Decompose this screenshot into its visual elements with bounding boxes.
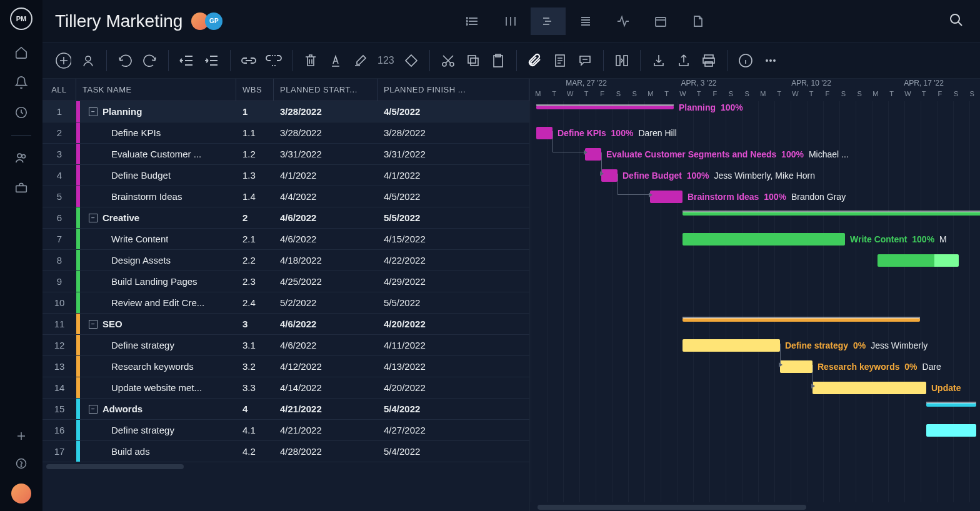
gantt-bar[interactable]: Brainstorm Ideas 100%Brandon Gray xyxy=(650,191,682,203)
gantt-bar[interactable] xyxy=(878,254,959,267)
task-row[interactable]: 10Review and Edit Cre...2.45/2/20225/5/2… xyxy=(42,292,529,314)
gantt-bar[interactable]: Research keywords 0%Dare xyxy=(780,360,812,373)
paste-icon[interactable] xyxy=(490,52,506,69)
indent-icon[interactable] xyxy=(204,52,220,69)
add-icon[interactable] xyxy=(55,52,71,69)
gantt-bar[interactable]: Update xyxy=(812,382,926,394)
gantt-bar[interactable]: Write Content 100%M xyxy=(682,233,845,246)
col-task-name[interactable]: TASK NAME xyxy=(76,79,236,101)
redo-icon[interactable] xyxy=(142,52,158,69)
cut-icon[interactable] xyxy=(440,52,456,69)
task-row[interactable]: 14Update website met...3.34/14/20224/20/… xyxy=(42,377,529,399)
info-icon[interactable] xyxy=(738,52,754,69)
task-row[interactable]: 6−Creative24/6/20225/5/2022 xyxy=(42,207,529,229)
pm-logo[interactable]: PM xyxy=(10,7,32,30)
view-activity-icon[interactable] xyxy=(606,7,641,35)
task-row[interactable]: 5Brainstorm Ideas1.44/4/20224/5/2022 xyxy=(42,186,529,207)
day-label: F xyxy=(707,90,723,101)
task-row[interactable]: 1−Planning13/28/20224/5/2022 xyxy=(42,101,529,122)
columns-icon[interactable] xyxy=(614,52,630,69)
view-sheet-icon[interactable] xyxy=(568,7,603,35)
svg-point-10 xyxy=(951,14,959,23)
delete-icon[interactable] xyxy=(302,52,319,69)
unlink-icon[interactable] xyxy=(266,52,282,69)
view-list-icon[interactable] xyxy=(456,7,491,35)
home-icon[interactable] xyxy=(14,45,29,60)
view-gantt-icon[interactable] xyxy=(531,7,566,35)
day-label: S xyxy=(948,90,964,101)
task-row[interactable]: 13Research keywords3.24/12/20224/13/2022 xyxy=(42,356,529,377)
day-label: S xyxy=(723,90,739,101)
gantt-bar[interactable]: Define strategy 0%Jess Wimberly xyxy=(682,339,780,352)
undo-icon[interactable] xyxy=(117,52,133,69)
print-icon[interactable] xyxy=(701,52,717,69)
svg-point-2 xyxy=(22,155,25,159)
day-label: S xyxy=(836,90,852,101)
view-calendar-icon[interactable] xyxy=(643,7,678,35)
diamond-icon[interactable] xyxy=(403,52,419,69)
day-label: S xyxy=(739,90,755,101)
gantt-bar[interactable] xyxy=(926,403,976,407)
task-row[interactable]: 4Define Budget1.34/1/20224/1/2022 xyxy=(42,165,529,186)
task-row[interactable]: 2Define KPIs1.13/28/20223/28/2022 xyxy=(42,122,529,144)
gantt-bar[interactable] xyxy=(926,424,976,437)
task-row[interactable]: 16Define strategy4.14/21/20224/27/2022 xyxy=(42,420,529,441)
day-label: T xyxy=(771,90,788,101)
day-label: S xyxy=(626,90,642,101)
help-icon[interactable] xyxy=(14,456,29,471)
plus-icon[interactable] xyxy=(14,429,29,444)
project-title: Tillery Marketing xyxy=(55,11,182,31)
task-row[interactable]: 15−Adwords44/21/20225/4/2022 xyxy=(42,399,529,420)
month-label: MAR, 27 '22 xyxy=(530,79,642,90)
outdent-icon[interactable] xyxy=(179,52,195,69)
toolbar-number: 123 xyxy=(378,55,394,66)
day-label: M xyxy=(868,90,884,101)
task-row[interactable]: 12Define strategy3.14/6/20224/11/2022 xyxy=(42,335,529,356)
gantt-bar[interactable]: Define KPIs 100%Daren Hill xyxy=(536,127,552,139)
view-file-icon[interactable] xyxy=(681,7,716,35)
dependency-link xyxy=(601,152,602,174)
day-label: T xyxy=(803,90,819,101)
attachment-icon[interactable] xyxy=(527,52,543,69)
grid-scrollbar[interactable] xyxy=(46,464,184,469)
task-row[interactable]: 3Evaluate Customer ...1.23/31/20223/31/2… xyxy=(42,144,529,165)
search-icon[interactable] xyxy=(949,12,964,30)
day-label: F xyxy=(819,90,836,101)
task-row[interactable]: 11−SEO34/6/20224/20/2022 xyxy=(42,314,529,335)
project-members[interactable]: GP xyxy=(195,12,222,30)
briefcase-icon[interactable] xyxy=(14,181,29,196)
copy-icon[interactable] xyxy=(465,52,481,69)
user-icon[interactable] xyxy=(80,52,96,69)
gantt-bar-label: Update xyxy=(926,383,961,393)
gantt-bar[interactable] xyxy=(682,212,980,216)
task-row[interactable]: 9Build Landing Pages2.34/25/20224/29/202… xyxy=(42,271,529,292)
gantt-bar[interactable]: Planning 100% xyxy=(536,106,674,109)
comment-icon[interactable] xyxy=(577,52,593,69)
import-icon[interactable] xyxy=(651,52,667,69)
task-row[interactable]: 7Write Content2.14/6/20224/15/2022 xyxy=(42,229,529,250)
text-color-icon[interactable] xyxy=(328,52,344,69)
day-label: M xyxy=(755,90,771,101)
col-wbs[interactable]: WBS xyxy=(236,79,274,101)
svg-point-8 xyxy=(466,24,468,25)
gantt-bar[interactable]: SEO 0 xyxy=(682,318,920,322)
bell-icon[interactable] xyxy=(14,75,29,90)
clock-icon[interactable] xyxy=(14,105,29,120)
month-label: APR, 10 '22 xyxy=(755,79,868,90)
more-icon[interactable] xyxy=(762,52,779,69)
team-icon[interactable] xyxy=(14,151,29,166)
col-planned-start[interactable]: PLANNED START... xyxy=(274,79,378,101)
clear-format-icon[interactable] xyxy=(352,52,369,69)
view-board-icon[interactable] xyxy=(493,7,528,35)
day-label: W xyxy=(562,90,578,101)
col-planned-finish[interactable]: PLANNED FINISH ... xyxy=(378,79,529,101)
link-icon[interactable] xyxy=(241,52,257,69)
day-label: F xyxy=(932,90,948,101)
user-avatar[interactable] xyxy=(11,484,31,504)
gantt-scrollbar[interactable] xyxy=(538,505,806,510)
col-all[interactable]: ALL xyxy=(42,79,76,101)
export-icon[interactable] xyxy=(676,52,692,69)
notes-icon[interactable] xyxy=(552,52,568,69)
task-row[interactable]: 17Build ads4.24/28/20225/4/2022 xyxy=(42,441,529,462)
task-row[interactable]: 8Design Assets2.24/18/20224/22/2022 xyxy=(42,250,529,271)
